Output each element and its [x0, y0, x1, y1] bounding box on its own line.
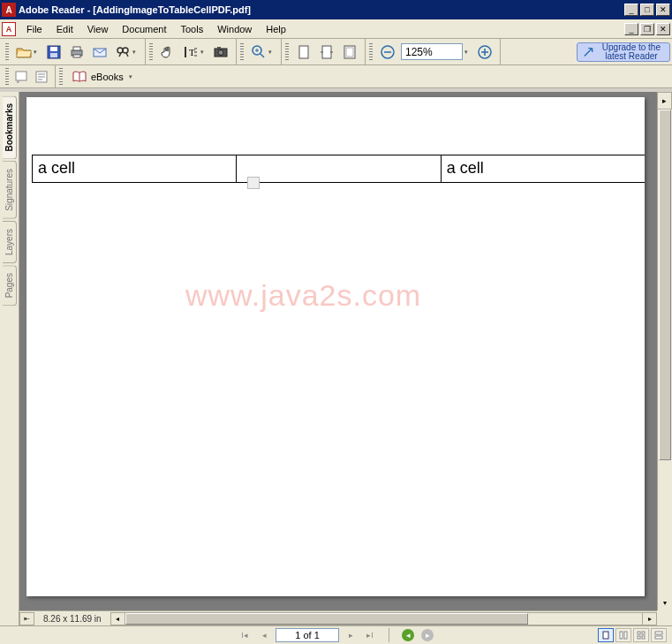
- vertical-scrollbar[interactable]: ▾: [657, 110, 672, 610]
- ebooks-button[interactable]: eBooks ▾: [66, 68, 143, 86]
- horizontal-scrollbar[interactable]: [125, 612, 642, 625]
- search-dropdown[interactable]: ▾: [132, 49, 140, 56]
- horizontal-scroll-thumb[interactable]: [125, 613, 529, 625]
- first-page-button[interactable]: I◂: [237, 628, 253, 642]
- mdi-restore-button[interactable]: ❐: [640, 23, 654, 35]
- continuous-facing-view-button[interactable]: [651, 628, 667, 642]
- fit-width-button[interactable]: [316, 42, 337, 63]
- menu-edit[interactable]: Edit: [49, 21, 80, 37]
- table-cell-3: a cell: [441, 155, 645, 182]
- toolbar-grip[interactable]: [149, 43, 153, 61]
- side-panel-tabs: Bookmarks Signatures Layers Pages: [0, 92, 19, 625]
- vertical-scroll-thumb[interactable]: [659, 110, 671, 460]
- tab-bookmarks[interactable]: Bookmarks: [3, 95, 17, 159]
- zoom-level-dropdown[interactable]: ▾: [464, 49, 472, 56]
- svg-text:T: T: [189, 47, 195, 57]
- zoom-in-button[interactable]: [248, 42, 269, 63]
- separator: [389, 628, 389, 642]
- tab-layers[interactable]: Layers: [3, 221, 17, 263]
- svg-rect-30: [655, 632, 662, 634]
- scroll-right-button[interactable]: ▸: [642, 612, 657, 625]
- upgrade-text-2: latest Reader: [602, 52, 661, 61]
- svg-rect-21: [16, 72, 26, 80]
- nav-back-button[interactable]: ◂: [402, 629, 414, 641]
- next-page-button[interactable]: ▸: [343, 628, 359, 642]
- pdf-page: a cell a cell www.java2s.com: [26, 97, 645, 596]
- print-button[interactable]: [66, 42, 87, 63]
- facing-view-button[interactable]: [633, 628, 649, 642]
- table-cell-1: a cell: [32, 155, 236, 182]
- svg-point-8: [123, 48, 128, 53]
- ebooks-label: eBooks: [91, 72, 124, 82]
- toolbar-grip[interactable]: [5, 43, 9, 61]
- svg-rect-9: [185, 47, 186, 57]
- snapshot-button[interactable]: [210, 42, 231, 63]
- app-icon: A: [2, 3, 16, 17]
- continuous-view-button[interactable]: [615, 628, 631, 642]
- mdi-close-button[interactable]: ✕: [656, 23, 670, 35]
- open-dropdown[interactable]: ▾: [34, 49, 41, 56]
- menu-document[interactable]: Document: [115, 21, 173, 37]
- menu-tools[interactable]: Tools: [174, 21, 211, 37]
- email-button[interactable]: [89, 42, 110, 63]
- toolbar-main: ▾ ▾ T ▾ ▾ ▾ Upgrade to the latest Reader: [0, 39, 672, 65]
- toolbar-grip[interactable]: [240, 43, 244, 61]
- open-button[interactable]: [13, 42, 34, 63]
- search-button[interactable]: [112, 42, 133, 63]
- toolbar-grip[interactable]: [5, 68, 9, 86]
- minimize-button[interactable]: _: [624, 4, 638, 16]
- menu-view[interactable]: View: [80, 21, 116, 37]
- svg-point-7: [117, 48, 123, 53]
- hand-tool-button[interactable]: [157, 42, 178, 63]
- document-viewport: a cell a cell www.java2s.com ▸ ▾ ⇤ 8.26 …: [19, 92, 672, 625]
- review-button[interactable]: [13, 68, 31, 86]
- svg-rect-23: [603, 632, 608, 639]
- scroll-down-button[interactable]: ▾: [658, 595, 672, 610]
- svg-rect-16: [322, 46, 331, 58]
- comment-button[interactable]: [33, 68, 50, 86]
- toolbar-grip[interactable]: [59, 68, 63, 86]
- actual-size-button[interactable]: [339, 42, 360, 63]
- tab-signatures[interactable]: Signatures: [3, 161, 17, 219]
- close-button[interactable]: ✕: [656, 4, 670, 16]
- zoom-in-circle-button[interactable]: [474, 42, 495, 63]
- page-dimensions: 8.26 x 11.69 in: [34, 614, 110, 624]
- mdi-minimize-button[interactable]: _: [624, 23, 638, 35]
- page-navigator: I◂ ◂ ▸ ▸I ◂ ▸: [237, 628, 435, 642]
- view-mode-buttons: [598, 628, 667, 642]
- upgrade-reader-button[interactable]: Upgrade to the latest Reader: [577, 42, 670, 62]
- document-scroll-area[interactable]: a cell a cell www.java2s.com: [19, 92, 657, 610]
- prev-page-button[interactable]: ◂: [256, 628, 272, 642]
- scroll-corner: [657, 610, 672, 625]
- save-button[interactable]: [43, 42, 64, 63]
- zoom-level-input[interactable]: [401, 43, 463, 60]
- svg-rect-26: [638, 632, 640, 634]
- panel-collapse-button[interactable]: ▸: [657, 92, 672, 110]
- nav-forward-button[interactable]: ▸: [421, 629, 434, 641]
- ebooks-icon: [72, 70, 87, 84]
- scroll-left-end-button[interactable]: ⇤: [19, 612, 34, 625]
- page-number-input[interactable]: [276, 628, 339, 642]
- single-page-view-button[interactable]: [598, 628, 614, 642]
- text-select-button[interactable]: T: [180, 42, 201, 63]
- svg-point-12: [218, 49, 223, 55]
- scroll-left-button[interactable]: ◂: [110, 612, 125, 625]
- svg-rect-5: [73, 55, 80, 57]
- window-title: Adobe Reader - [AddingImageToTableCellPD…: [19, 4, 251, 15]
- zoom-dropdown[interactable]: ▾: [268, 49, 276, 56]
- menu-file[interactable]: File: [19, 21, 49, 37]
- toolbar-grip[interactable]: [285, 43, 289, 61]
- text-select-dropdown[interactable]: ▾: [200, 49, 208, 56]
- last-page-button[interactable]: ▸I: [362, 628, 378, 642]
- menu-window[interactable]: Window: [210, 21, 259, 37]
- maximize-button[interactable]: □: [640, 4, 654, 16]
- fit-page-button[interactable]: [293, 42, 314, 63]
- menu-help[interactable]: Help: [259, 21, 293, 37]
- zoom-out-button[interactable]: [377, 42, 398, 63]
- ebooks-dropdown[interactable]: ▾: [129, 73, 136, 80]
- upgrade-icon: [583, 45, 597, 59]
- toolbar-grip[interactable]: [369, 43, 373, 61]
- tab-pages[interactable]: Pages: [3, 265, 17, 306]
- upgrade-text-1: Upgrade to the: [602, 43, 661, 52]
- svg-rect-1: [50, 47, 57, 51]
